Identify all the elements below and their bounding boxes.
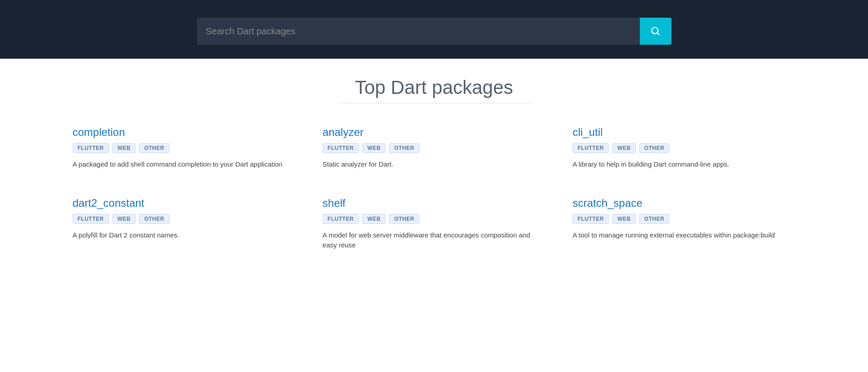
package-card: scratch_spaceFLUTTERWEBOTHERA tool to ma… <box>572 192 795 255</box>
package-name[interactable]: dart2_constant <box>73 197 145 209</box>
package-tag[interactable]: OTHER <box>639 143 670 153</box>
packages-grid: completionFLUTTERWEBOTHERA packaged to a… <box>73 121 796 255</box>
package-tag[interactable]: FLUTTER <box>323 214 359 224</box>
search-icon <box>650 25 662 37</box>
package-tag[interactable]: WEB <box>612 143 636 153</box>
package-card: shelfFLUTTERWEBOTHERA model for web serv… <box>323 192 545 255</box>
package-tag[interactable]: WEB <box>113 214 136 224</box>
package-tag[interactable]: OTHER <box>139 214 169 224</box>
package-tag[interactable]: WEB <box>362 143 386 153</box>
package-tag[interactable]: OTHER <box>389 214 419 224</box>
page-title: Top Dart packages <box>27 77 841 98</box>
package-name[interactable]: cli_util <box>572 126 603 139</box>
package-card: completionFLUTTERWEBOTHERA packaged to a… <box>73 121 296 174</box>
package-card: dart2_constantFLUTTERWEBOTHERA polyfill … <box>73 192 296 255</box>
package-description: Static analyzer for Dart. <box>323 159 545 170</box>
package-name[interactable]: shelf <box>323 197 346 209</box>
package-description: A library to help in building Dart comma… <box>572 159 795 170</box>
package-tag[interactable]: FLUTTER <box>572 214 609 224</box>
search-container <box>197 18 671 45</box>
package-tag[interactable]: FLUTTER <box>73 214 109 224</box>
package-tag[interactable]: OTHER <box>389 143 419 153</box>
package-tag[interactable]: OTHER <box>139 143 169 153</box>
header <box>0 0 868 59</box>
main-content: Top Dart packages completionFLUTTERWEBOT… <box>0 59 868 372</box>
package-tags: FLUTTERWEBOTHER <box>572 143 795 153</box>
package-description: A packaged to add shell command completi… <box>73 159 296 170</box>
package-card: analyzerFLUTTERWEBOTHERStatic analyzer f… <box>323 121 545 174</box>
package-tags: FLUTTERWEBOTHER <box>572 214 795 224</box>
package-tag[interactable]: FLUTTER <box>572 143 609 153</box>
package-name[interactable]: completion <box>73 126 125 139</box>
search-button[interactable] <box>640 18 671 45</box>
package-name[interactable]: scratch_space <box>572 197 643 209</box>
package-tag[interactable]: WEB <box>362 214 386 224</box>
package-description: A polyfill for Dart 2 constant names. <box>73 230 296 241</box>
package-tag[interactable]: WEB <box>612 214 636 224</box>
package-tag[interactable]: FLUTTER <box>73 143 109 153</box>
package-card: cli_utilFLUTTERWEBOTHERA library to help… <box>572 121 795 174</box>
package-tag[interactable]: FLUTTER <box>323 143 359 153</box>
package-tags: FLUTTERWEBOTHER <box>73 214 296 224</box>
package-tag[interactable]: WEB <box>113 143 136 153</box>
package-name[interactable]: analyzer <box>323 126 364 139</box>
package-tags: FLUTTERWEBOTHER <box>323 214 545 224</box>
package-tags: FLUTTERWEBOTHER <box>323 143 545 153</box>
package-description: A tool to manage running external execut… <box>572 230 795 241</box>
package-description: A model for web server middleware that e… <box>323 230 545 251</box>
title-divider <box>339 103 529 103</box>
search-input[interactable] <box>197 18 640 45</box>
package-tags: FLUTTERWEBOTHER <box>73 143 296 153</box>
package-tag[interactable]: OTHER <box>639 214 670 224</box>
